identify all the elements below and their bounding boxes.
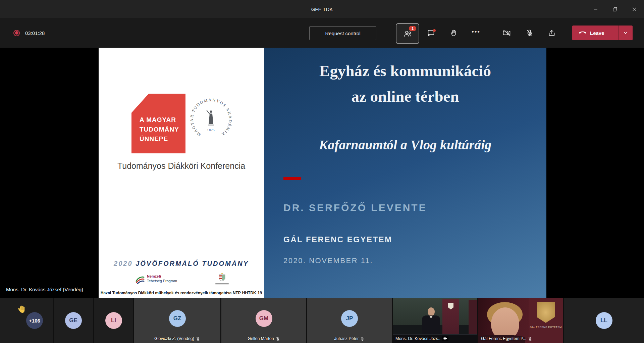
minimize-button[interactable] [586,0,605,18]
recording-status: 03:01:28 [13,18,45,48]
participant-tile[interactable]: LI [94,298,133,343]
ntp-label-line2: Tehetség Program [147,279,177,284]
toolbar-divider [388,27,388,39]
slogan-year: 2020 [114,260,133,267]
slogan-text: JÖVŐFORMÁLÓ TUDOMÁNY [136,260,249,267]
participant-tile[interactable]: LL [564,298,644,343]
shared-screen-stage: A MAGYAR TUDOMÁNY ÜNNEPE MAGYAR TUDOMÁNY… [0,48,644,298]
academy-seal: MAGYAR TUDOMÁNYOS AKADÉMIA 1825 [186,95,235,144]
person-head [428,307,435,316]
mtu-line: TUDOMÁNY [140,125,179,135]
camera-on-icon [443,336,447,341]
coat-of-arms-icon [218,272,226,281]
avatar-initials: LI [111,317,116,324]
avatar-initials: GM [259,315,268,322]
mtu-line: ÜNNEPE [140,134,179,144]
ministry-logo [213,272,231,285]
request-control-button[interactable]: Request control [309,26,376,40]
participant-name: Gloviczki Z. (Vendég) [154,336,194,341]
avatar: GZ [169,310,186,327]
participant-tile[interactable]: GE [54,298,93,343]
participant-name: Gellén Márton [248,336,274,341]
mic-toggle-button[interactable] [522,26,537,40]
leave-options-button[interactable] [618,26,633,40]
participant-name: Juhász Péter [334,336,359,341]
svg-text:1825: 1825 [207,128,215,132]
raise-hand-icon [449,29,458,37]
slogan: 2020 JÖVŐFORMÁLÓ TUDOMÁNY [99,260,264,267]
leave-label: Leave [590,30,604,36]
close-icon [632,7,637,11]
slide-title-line1: Egyház és kommunikáció [264,62,546,80]
mtu-line: A MAGYAR [140,115,179,125]
close-button[interactable] [625,0,644,18]
presentation-slide: A MAGYAR TUDOMÁNY ÜNNEPE MAGYAR TUDOMÁNY… [99,48,546,298]
more-options-button[interactable]: ••• [468,26,484,40]
avatar-initials: GE [69,317,77,324]
chevron-down-icon [624,32,628,34]
overflow-count-badge: +106 [26,312,43,329]
crest-icon [448,303,453,309]
avatar: GM [256,310,272,327]
slide-title-line2: az online térben [264,87,546,105]
overflow-participants-tile[interactable]: +106 [0,298,53,343]
leave-button[interactable]: Leave [572,26,633,40]
university-banner-text: GÁL FERENC EGYETEM [529,326,563,329]
avatar: LL [596,312,612,329]
ntp-logo: Nemzeti Tehetség Program [135,274,177,284]
conference-title: Tudományos Diákköri Konferencia [99,161,264,171]
raised-hand-emoji-icon [17,304,28,315]
participant-video-tile[interactable]: GÁL FERENC EGYETEM Gál Ferenc Egyetem P.… [478,298,563,343]
recording-icon [13,30,20,36]
institution-name: GÁL FERENC EGYETEM [283,235,392,244]
person-body [422,315,440,335]
slide-left-panel: A MAGYAR TUDOMÁNY ÜNNEPE MAGYAR TUDOMÁNY… [99,48,264,298]
avatar-initials: LL [600,317,607,324]
chat-button[interactable] [423,26,439,40]
mtu-logo: A MAGYAR TUDOMÁNY ÜNNEPE [131,94,185,153]
participant-name: Mons. Dr. Kovács Józs.. [395,336,440,341]
mic-off-icon [360,337,365,341]
restore-button[interactable] [605,0,625,18]
accent-dash [283,177,301,180]
teams-meeting-window: GFE TDK 03:01:28 Request control 1 [0,0,644,343]
camera-off-icon [502,29,511,37]
active-speaker-label: Mons. Dr. Kovács József (Vendég) [6,287,83,292]
window-controls [586,0,644,18]
chat-notification-dot [433,29,436,32]
minimize-icon [593,7,598,11]
participant-strip: +106 GE LI GZ Gloviczki Z. (Vendég) GM [0,298,644,343]
more-options-icon: ••• [472,29,480,38]
ntp-label-line1: Nemzeti [147,274,177,279]
seal-statue [207,110,214,125]
share-button[interactable] [544,26,559,40]
camera-toggle-button[interactable] [499,26,515,40]
meeting-timer: 03:01:28 [25,30,45,36]
mic-off-icon [528,337,532,341]
mic-off-icon [276,337,280,341]
avatar: LI [105,312,122,329]
participant-name: Gál Ferenc Egyetem P... [481,336,526,341]
participant-tile[interactable]: JP Juhász Péter [307,298,392,343]
banner [469,300,477,336]
participants-button[interactable]: 1 [396,23,419,44]
participant-tile[interactable]: GZ Gloviczki Z. (Vendég) [134,298,220,343]
presentation-date: 2020. NOVEMBER 11. [283,256,373,265]
raise-hand-button[interactable] [446,26,462,40]
avatar-initials: GZ [173,315,181,322]
avatar-initials: JP [346,315,353,322]
titlebar: GFE TDK [0,0,644,18]
speaker-name: DR. SERFŐZŐ LEVENTE [283,202,427,213]
participant-video-tile[interactable]: Mons. Dr. Kovács Józs.. [393,298,477,343]
support-note: Hazai Tudományos Diákköri műhelyek és re… [99,291,264,295]
avatar: GE [65,312,82,329]
slide-right-panel: Egyház és kommunikáció az online térben … [264,48,546,298]
participants-badge: 1 [409,26,416,31]
ntp-swoosh-icon [135,274,145,284]
slide-subtitle: Kafarnaumtól a Vlog kultúráig [264,137,546,153]
share-icon [547,29,556,37]
banner [442,299,459,336]
university-crest-icon [537,302,555,323]
participant-tile[interactable]: GM Gellén Márton [221,298,306,343]
mic-off-icon [525,29,534,37]
